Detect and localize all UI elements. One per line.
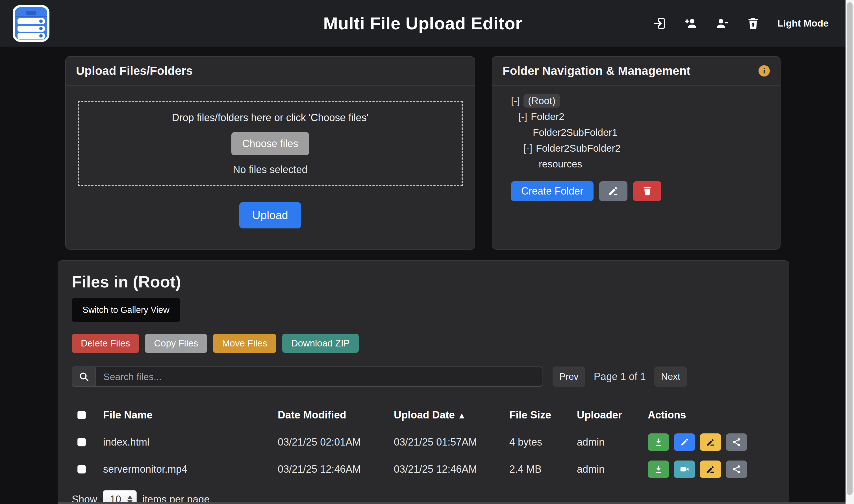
tree-item-folder2subfolder2[interactable]: [-] Folder2SubFolder2 [523, 140, 780, 156]
next-page-button[interactable]: Next [654, 366, 687, 387]
upload-date-cell: 03/21/25 01:57AM [394, 436, 509, 448]
share-icon [731, 464, 742, 474]
delete-files-button[interactable]: Delete Files [72, 334, 139, 353]
scrollbar-thumb[interactable] [847, 2, 853, 495]
file-name-cell: servermonitor.mp4 [103, 463, 278, 475]
edit-button[interactable] [674, 433, 695, 451]
items-per-page-input[interactable]: 10 [103, 490, 137, 504]
move-files-button[interactable]: Move Files [213, 334, 276, 353]
column-uploader[interactable]: Uploader [577, 409, 648, 421]
video-camera-icon [679, 464, 690, 474]
tree-toggle-icon[interactable]: [-] [511, 95, 520, 106]
create-folder-button[interactable]: Create Folder [511, 181, 593, 201]
file-name-cell: index.html [103, 436, 278, 448]
column-date-modified[interactable]: Date Modified [278, 409, 394, 421]
file-size-cell: 2.4 MB [509, 463, 577, 475]
file-size-cell: 4 bytes [509, 436, 577, 448]
download-button[interactable] [648, 461, 669, 478]
horizontal-scrollbar[interactable] [58, 502, 846, 504]
prev-page-button[interactable]: Prev [553, 366, 585, 387]
rename-button[interactable] [700, 461, 721, 478]
tree-item-folder2subfolder1[interactable]: Folder2SubFolder1 [533, 125, 780, 140]
tree-item-resources[interactable]: resources [539, 156, 780, 172]
column-actions: Actions [648, 409, 775, 421]
vertical-scrollbar [846, 0, 854, 504]
date-modified-cell: 03/21/25 02:01AM [278, 436, 394, 448]
pen-line-icon [706, 464, 716, 474]
download-zip-button[interactable]: Download ZIP [282, 334, 359, 353]
delete-folder-button[interactable] [633, 181, 661, 201]
header-bar: Multi File Upload Editor [0, 0, 846, 47]
uploader-cell: admin [577, 463, 648, 475]
uploader-cell: admin [577, 436, 648, 448]
dropzone-hint: Drop files/folders here or click 'Choose… [172, 112, 368, 124]
share-button[interactable] [726, 433, 747, 451]
file-dropzone[interactable]: Drop files/folders here or click 'Choose… [78, 101, 463, 186]
page-title: Multi File Upload Editor [323, 13, 522, 33]
tree-toggle-icon[interactable]: [-] [523, 143, 532, 154]
app-logo [13, 5, 50, 42]
rename-folder-button[interactable] [599, 181, 627, 201]
server-icon [15, 7, 47, 17]
info-icon[interactable]: i [759, 65, 770, 76]
column-file-size[interactable]: File Size [509, 409, 577, 421]
items-per-page-row: Show 10 items per page [72, 490, 775, 504]
tree-label[interactable]: Folder2SubFolder2 [536, 143, 621, 154]
files-table: File Name Date Modified Upload Date▲ Fil… [72, 401, 775, 483]
logout-icon[interactable] [653, 17, 667, 30]
light-mode-toggle[interactable]: Light Mode [778, 18, 829, 29]
bulk-actions: Delete Files Copy Files Move Files Downl… [72, 334, 775, 353]
user-remove-icon[interactable] [715, 17, 729, 30]
pencil-icon [679, 437, 690, 447]
sort-ascending-icon: ▲ [458, 411, 466, 420]
tree-label[interactable]: (Root) [523, 94, 560, 108]
date-modified-cell: 03/21/25 12:46AM [278, 463, 394, 475]
copy-files-button[interactable]: Copy Files [145, 334, 207, 353]
folder-panel: Folder Navigation & Management i [-] (Ro… [492, 56, 781, 250]
tree-item-folder2[interactable]: [-] Folder2 [518, 109, 780, 125]
pencil-icon [608, 185, 619, 197]
folder-panel-title: Folder Navigation & Management [502, 64, 690, 78]
search-input[interactable] [95, 366, 542, 387]
files-panel: Files in (Root) Switch to Gallery View D… [58, 260, 789, 504]
download-icon [654, 464, 663, 474]
share-icon [731, 437, 742, 447]
user-add-icon[interactable] [684, 17, 698, 30]
rename-button[interactable] [700, 433, 721, 451]
app-root: Multi File Upload Editor [0, 0, 854, 504]
tree-toggle-icon[interactable]: [-] [518, 111, 527, 122]
row-checkbox[interactable] [77, 465, 86, 473]
video-preview-button[interactable] [674, 461, 695, 478]
tree-label[interactable]: Folder2SubFolder1 [533, 127, 618, 138]
tree-item-root[interactable]: [-] (Root) [511, 93, 780, 109]
download-icon [654, 437, 663, 447]
table-row: index.html 03/21/25 02:01AM 03/21/25 01:… [77, 429, 775, 456]
column-file-name[interactable]: File Name [103, 409, 278, 421]
column-upload-date[interactable]: Upload Date▲ [394, 409, 509, 421]
trash-icon [642, 185, 653, 197]
download-button[interactable] [648, 433, 669, 451]
search-icon [72, 366, 95, 387]
pen-line-icon [706, 437, 716, 447]
page-indicator: Page 1 of 1 [594, 371, 646, 383]
no-files-text: No files selected [233, 164, 307, 176]
select-all-checkbox[interactable] [77, 411, 86, 419]
trash-restore-icon[interactable] [746, 17, 760, 30]
folder-tree: [-] (Root) [-] Folder2 Folder2SubFolder1… [493, 86, 780, 172]
upload-date-cell: 03/21/25 12:46AM [394, 463, 509, 475]
gallery-view-button[interactable]: Switch to Gallery View [72, 298, 180, 322]
share-button[interactable] [726, 461, 747, 478]
header-actions: Light Mode [653, 17, 829, 30]
table-row: servermonitor.mp4 03/21/25 12:46AM 03/21… [77, 456, 775, 483]
upload-panel: Upload Files/Folders Drop files/folders … [65, 56, 475, 250]
table-header-row: File Name Date Modified Upload Date▲ Fil… [77, 401, 775, 429]
upload-panel-title: Upload Files/Folders [76, 64, 193, 78]
upload-button[interactable]: Upload [239, 202, 301, 229]
tree-label[interactable]: Folder2 [531, 111, 565, 122]
files-panel-title: Files in (Root) [72, 272, 775, 291]
row-checkbox[interactable] [77, 438, 86, 446]
choose-files-button[interactable]: Choose files [231, 132, 309, 155]
tree-label[interactable]: resources [539, 158, 582, 170]
